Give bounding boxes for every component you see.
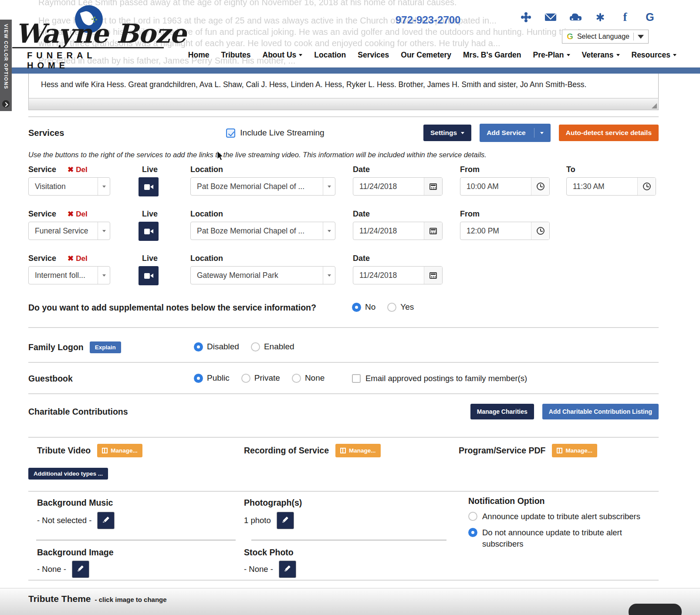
chevron-down-icon: [328, 230, 331, 232]
settings-button[interactable]: Settings: [423, 125, 471, 141]
nav-about-us[interactable]: About Us: [263, 51, 303, 60]
radio-selected-icon[interactable]: [468, 528, 477, 537]
radio-icon[interactable]: [387, 303, 396, 312]
chevron-down-icon: [299, 54, 302, 56]
delete-service-link[interactable]: ✖Del: [68, 254, 88, 263]
autodetect-service-details-button[interactable]: Auto-detect service details: [559, 125, 659, 141]
nav-location[interactable]: Location: [314, 51, 346, 60]
email-postings-label: Email approved postings to family member…: [365, 374, 527, 383]
location-select[interactable]: Pat Boze Memorial Chapel of ...: [190, 177, 335, 196]
notification-option-group: Notification Option Announce update to t…: [468, 496, 659, 550]
date-input[interactable]: [353, 266, 443, 284]
guestbook-private-option[interactable]: Private: [241, 373, 280, 383]
service-col-label: Service: [28, 165, 56, 174]
add-charitable-listing-button[interactable]: Add Charitable Contribution Listing: [542, 404, 659, 419]
include-live-streaming-checkbox[interactable]: [226, 128, 235, 138]
nav-veterans[interactable]: Veterans: [582, 51, 620, 60]
charitable-title: Charitable Contributions: [28, 407, 128, 417]
live-stream-button[interactable]: [139, 177, 159, 196]
calendar-icon: [429, 272, 437, 279]
manage-program-pdf-button[interactable]: Manage...: [552, 444, 597, 457]
nav-mrs-bs-garden[interactable]: Mrs. B's Garden: [463, 51, 521, 60]
announce-update-option[interactable]: Announce update to tribute alert subscri…: [468, 511, 659, 522]
supplemental-no-option[interactable]: No: [352, 302, 375, 312]
view-color-options-label: VIEW COLOR OPTIONS: [3, 24, 9, 89]
radio-selected-icon[interactable]: [194, 374, 203, 383]
stock-photo-value: - None -: [244, 564, 273, 574]
edit-photographs-button[interactable]: [277, 512, 294, 529]
service-type-select[interactable]: Visitation: [28, 177, 110, 196]
video-camera-icon: [144, 273, 153, 279]
x-icon: ✖: [68, 254, 74, 263]
service-type-select[interactable]: Interment foll...: [28, 266, 110, 284]
additional-video-types-button[interactable]: Additional video types ...: [28, 468, 108, 480]
manage-recording-button[interactable]: Manage...: [335, 444, 381, 457]
manage-tribute-video-button[interactable]: Manage...: [97, 444, 142, 457]
radio-selected-icon[interactable]: [194, 342, 203, 351]
nav-pre-plan[interactable]: Pre-Plan: [533, 51, 570, 60]
radio-selected-icon[interactable]: [352, 303, 361, 312]
supplemental-yes-option[interactable]: Yes: [387, 302, 414, 312]
divider: [28, 327, 659, 328]
main-content: Hess and wife Kira Hess. Great grandchil…: [28, 74, 659, 610]
edit-stock-photo-button[interactable]: [279, 561, 296, 578]
language-selector[interactable]: G Select Language: [562, 30, 649, 44]
tribute-video-label: Tribute Video: [37, 446, 91, 456]
time-to-input[interactable]: [566, 177, 656, 196]
car-icon[interactable]: [569, 10, 582, 24]
edit-background-image-button[interactable]: [72, 561, 89, 578]
facebook-icon[interactable]: f: [619, 10, 632, 24]
explain-button[interactable]: Explain: [90, 341, 121, 353]
flower-icon[interactable]: [519, 10, 532, 24]
google-icon[interactable]: G: [643, 10, 656, 24]
radio-icon[interactable]: [292, 374, 301, 383]
delete-service-link[interactable]: ✖Del: [68, 165, 88, 174]
no-announce-update-option[interactable]: Do not announce update to tribute alert …: [468, 527, 659, 550]
nav-tributes[interactable]: Tributes: [221, 51, 250, 60]
obituary-textarea[interactable]: Hess and wife Kira Hess. Great grandchil…: [28, 74, 659, 98]
stock-photo-group: Stock Photo - None -: [244, 547, 296, 578]
mail-icon[interactable]: [544, 10, 557, 24]
live-streaming-checkbox-group: Include Live Streaming: [226, 128, 324, 138]
clock-icon: [537, 227, 544, 235]
family-logon-title: Family Logon: [28, 342, 84, 352]
family-logon-disabled-option[interactable]: Disabled: [194, 342, 239, 351]
x-icon: ✖: [68, 165, 74, 174]
location-select[interactable]: Pat Boze Memorial Chapel of ...: [190, 222, 335, 240]
obituary-scrollbar[interactable]: [28, 98, 659, 110]
email-postings-checkbox[interactable]: [352, 374, 361, 383]
delete-service-link[interactable]: ✖Del: [68, 210, 88, 219]
stock-photo-title: Stock Photo: [244, 547, 296, 558]
live-stream-button[interactable]: [139, 266, 159, 285]
date-input[interactable]: [353, 222, 443, 240]
family-logon-enabled-option[interactable]: Enabled: [251, 342, 294, 351]
radio-icon[interactable]: [251, 342, 260, 351]
radio-icon[interactable]: [241, 374, 250, 383]
guestbook-none-option[interactable]: None: [292, 373, 325, 383]
service-type-select[interactable]: Funeral Service: [28, 222, 110, 240]
time-from-input[interactable]: [460, 222, 550, 240]
nav-resources[interactable]: Resources: [632, 51, 677, 60]
nav-our-cemetery[interactable]: Our Cemetery: [401, 51, 451, 60]
add-service-button[interactable]: Add Service: [480, 124, 551, 142]
logo-subtitle: FUNERAL HOME: [27, 51, 96, 71]
guestbook-public-option[interactable]: Public: [194, 373, 230, 383]
phone-number[interactable]: 972-923-2700: [396, 14, 460, 26]
chevron-down-icon: [328, 274, 331, 277]
location-select[interactable]: Gateway Memorial Park: [190, 266, 335, 284]
nav-services[interactable]: Services: [358, 51, 389, 60]
yelp-icon[interactable]: [594, 10, 607, 24]
chat-widget-button[interactable]: [629, 604, 682, 615]
time-from-input[interactable]: [460, 177, 550, 196]
date-input[interactable]: [353, 177, 443, 196]
nav-home[interactable]: Home: [188, 51, 210, 60]
divider: [36, 540, 236, 541]
edit-background-music-button[interactable]: [97, 512, 115, 529]
live-stream-button[interactable]: [139, 222, 159, 241]
manage-charities-button[interactable]: Manage Charities: [470, 404, 534, 419]
service-row: Service ✖Del Interment foll... Live Loca…: [28, 254, 659, 285]
radio-icon[interactable]: [468, 512, 477, 521]
resize-grip-icon[interactable]: [652, 103, 657, 108]
view-color-options-tab[interactable]: VIEW COLOR OPTIONS: [0, 20, 12, 111]
clock-icon: [537, 182, 544, 190]
